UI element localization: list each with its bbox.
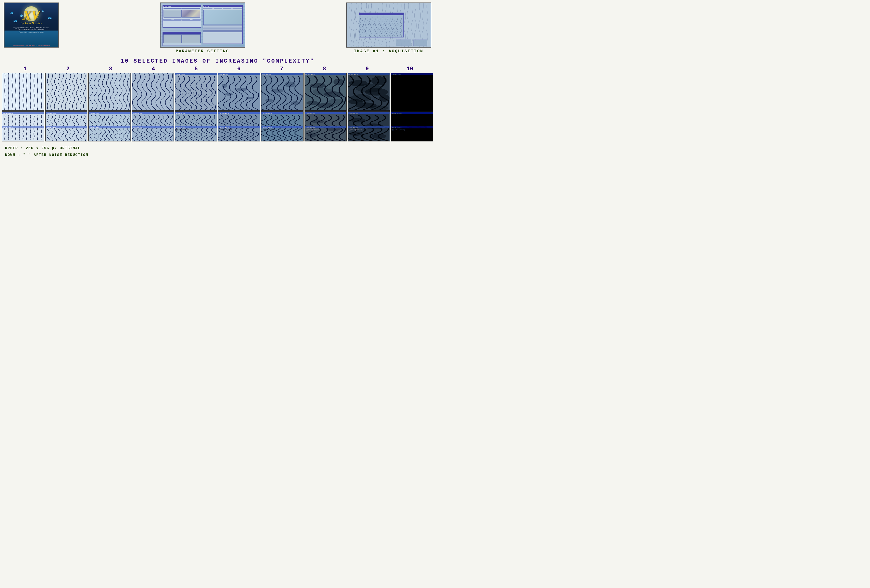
copyright-text: Copyright 1994 by John Bradley · All Rig… (4, 27, 58, 33)
svg-point-57 (285, 82, 295, 88)
svg-rect-11 (46, 73, 87, 110)
param-screenshot: xv color editor Reset Apply xv controls (160, 3, 245, 48)
num-4: 4 (132, 66, 175, 72)
acq-label: IMAGE #1 : ACQUISITION (354, 49, 423, 54)
thumb-upper-2 (45, 73, 88, 111)
svg-text:features: features (306, 127, 315, 128)
svg-text:features: features (46, 113, 56, 114)
thumb-lower-7: features features Image feature histo fe… (261, 112, 304, 141)
svg-text:histo  feature: histo feature (262, 130, 274, 131)
thumb-upper-3 (88, 73, 131, 111)
svg-rect-23 (132, 73, 174, 110)
svg-rect-39 (218, 73, 260, 110)
num-9: 9 (346, 66, 389, 72)
thumb-lower-9: features features Image feature (348, 112, 390, 141)
svg-text:features: features (306, 113, 315, 114)
num-2: 2 (46, 66, 89, 72)
image-col-3: features features (88, 73, 131, 141)
image-col-2: features features (45, 73, 88, 141)
num-6: 6 (218, 66, 261, 72)
svg-text:features: features (262, 74, 271, 75)
svg-point-72 (306, 101, 319, 105)
thumb-upper-10: features (391, 73, 433, 111)
thumb-lower-8: features features Image feature (304, 112, 347, 141)
fish-icon-5: 🐟 (41, 9, 44, 12)
svg-point-42 (224, 93, 232, 95)
svg-text:features: features (349, 127, 358, 128)
svg-text:features: features (392, 113, 402, 114)
svg-text:features: features (176, 113, 186, 114)
splash-screen: XV by John Bradley 🐟 🐟 🐟 🐟 🐟 Copyright 1… (4, 3, 59, 48)
svg-text:features: features (3, 127, 13, 128)
acq-screenshot (346, 3, 431, 48)
svg-point-95 (379, 94, 390, 102)
num-5: 5 (175, 66, 218, 72)
fish-icon-3: 🐟 (19, 13, 24, 17)
xv-logo: XV (22, 8, 40, 22)
image-col-6: features (218, 73, 261, 141)
svg-text:features: features (133, 113, 143, 114)
svg-rect-131 (391, 121, 433, 125)
svg-point-45 (222, 83, 227, 88)
svg-rect-132 (391, 131, 433, 134)
legend-upper: UPPER : 256 x 256 px ORIGINAL (5, 145, 430, 152)
svg-rect-121 (391, 86, 433, 91)
param-section: xv color editor Reset Apply xv controls (64, 3, 341, 54)
svg-point-80 (311, 119, 324, 124)
svg-point-126 (393, 116, 410, 122)
svg-point-130 (398, 136, 421, 141)
thumb-lower-3: features features (88, 112, 131, 141)
svg-text:features: features (219, 113, 229, 114)
svg-point-97 (350, 94, 371, 102)
bottom-legend: UPPER : 256 x 256 px ORIGINAL DOWN : " "… (0, 141, 435, 161)
svg-point-93 (371, 76, 387, 85)
acq-section: IMAGE #1 : ACQUISITION (346, 3, 431, 54)
svg-text:features: features (392, 74, 401, 75)
svg-text:features: features (3, 113, 13, 114)
image-col-10: features (391, 73, 433, 141)
svg-text:histo  feature: histo feature (219, 130, 231, 131)
thumb-lower-2: features features (45, 112, 88, 141)
svg-point-98 (369, 106, 389, 110)
middle-title: 10 SELECTED IMAGES OF INCREASING "COMPLE… (0, 58, 435, 64)
svg-text:Chara  Spatial: Chara Spatial (306, 130, 319, 131)
svg-text:features: features (262, 127, 272, 128)
thumb-lower-6: features features Image feature histo fe… (218, 112, 261, 141)
fish-icon-1: 🐟 (9, 11, 14, 15)
number-row: 1 2 3 4 5 6 7 8 9 10 (0, 66, 435, 72)
image-col-5: features (175, 73, 217, 141)
num-1: 1 (4, 66, 46, 72)
image-col-1: features features (2, 73, 44, 141)
thumb-lower-5: features features Image feature histo fe… (175, 112, 217, 141)
svg-point-76 (328, 99, 344, 105)
svg-text:features: features (349, 74, 358, 75)
legend-down: DOWN : " " AFTER NOISE REDUCTION (5, 152, 430, 158)
svg-point-43 (237, 88, 247, 91)
svg-point-70 (310, 83, 325, 88)
svg-text:features: features (89, 113, 99, 114)
svg-text:features: features (176, 74, 185, 75)
num-7: 7 (260, 66, 303, 72)
svg-rect-1 (359, 13, 404, 37)
svg-text:histo  feature: histo feature (176, 130, 188, 131)
thumb-upper-1 (2, 73, 44, 111)
svg-point-104 (349, 132, 362, 136)
fish-icon-4: 🐟 (13, 19, 18, 23)
thumb-upper-9: features (348, 73, 390, 111)
svg-point-113 (391, 79, 412, 86)
image-col-4: features features (132, 73, 174, 141)
svg-point-116 (414, 75, 433, 86)
image-grid: features features (0, 73, 435, 141)
svg-rect-2 (359, 13, 404, 15)
thumb-upper-5: features (175, 73, 217, 111)
svg-text:features: features (219, 74, 228, 75)
svg-point-73 (333, 79, 344, 86)
svg-text:features: features (133, 127, 143, 128)
svg-point-96 (356, 83, 382, 92)
svg-text:Chara  Spatial: Chara Spatial (392, 130, 405, 131)
num-10: 10 (389, 66, 431, 72)
svg-point-58 (265, 99, 274, 102)
fish-icon-2: 🐟 (48, 16, 52, 20)
svg-text:features: features (176, 127, 186, 128)
svg-text:features: features (392, 127, 402, 128)
